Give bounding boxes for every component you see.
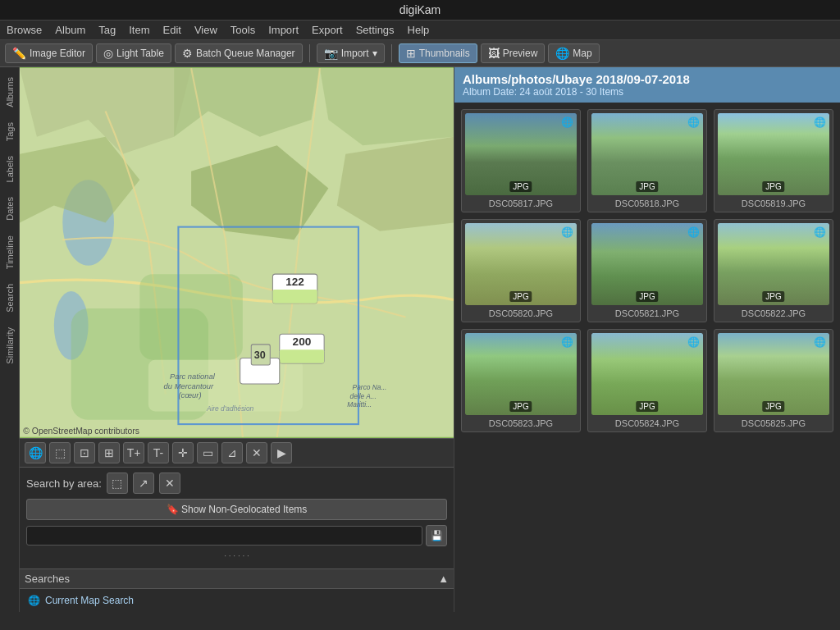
right-panel: Albums/photos/Ubaye 2018/09-07-2018 Albu… bbox=[454, 67, 840, 612]
map-btn-move[interactable]: ✛ bbox=[172, 442, 194, 463]
map-btn-frame[interactable]: ▭ bbox=[197, 442, 218, 463]
sidebar-tab-similarity[interactable]: Similarity bbox=[2, 321, 17, 371]
svg-rect-11 bbox=[280, 349, 324, 363]
svg-text:© OpenStreetMap contributors: © OpenStreetMap contributors bbox=[23, 427, 139, 436]
map-btn-clear[interactable]: ✕ bbox=[246, 442, 267, 463]
thumb-label-DSC05822: DSC05822.JPG bbox=[742, 308, 806, 318]
album-header: Albums/photos/Ubaye 2018/09-07-2018 Albu… bbox=[454, 67, 840, 103]
area-add-btn[interactable]: ↗ bbox=[133, 472, 154, 494]
sidebar-tab-labels[interactable]: Labels bbox=[2, 149, 17, 189]
menu-item-settings[interactable]: Settings bbox=[356, 24, 395, 36]
menu-item-item[interactable]: Item bbox=[129, 24, 149, 36]
thumb-landscape-DSC05818: 🌐 JPG bbox=[591, 113, 703, 195]
search-by-area-label: Search by area: bbox=[26, 477, 102, 490]
thumb-landscape-DSC05824: 🌐 JPG bbox=[591, 333, 703, 415]
light-table-label: Light Table bbox=[116, 48, 164, 59]
sidebar-tab-search[interactable]: Search bbox=[2, 277, 17, 319]
thumb-badge-DSC05825: JPG bbox=[762, 401, 784, 412]
map-btn-text-minus[interactable]: T- bbox=[148, 442, 169, 463]
map-btn-filter[interactable]: ⊿ bbox=[221, 442, 243, 463]
toolbar-btn-thumbnails[interactable]: ⊞Thumbnails bbox=[399, 43, 477, 63]
map-container[interactable]: 122 200 30 © OpenStreetMap contributors … bbox=[20, 67, 454, 438]
thumbnail-DSC05818[interactable]: 🌐 JPG DSC05818.JPG bbox=[587, 109, 707, 212]
thumbnail-DSC05825[interactable]: 🌐 JPG DSC05825.JPG bbox=[714, 329, 833, 432]
thumb-badge-DSC05822: JPG bbox=[762, 291, 784, 302]
svg-text:Parc national: Parc national bbox=[170, 372, 216, 381]
thumb-geo-icon-DSC05819: 🌐 bbox=[814, 116, 826, 128]
show-non-geolocated-button[interactable]: 🔖 Show Non-Geolocated Items bbox=[26, 499, 447, 520]
map-btn-select-area[interactable]: ⬚ bbox=[49, 442, 71, 463]
toolbar-btn-batch-queue[interactable]: ⚙Batch Queue Manager bbox=[175, 43, 303, 63]
menu-item-import[interactable]: Import bbox=[268, 24, 299, 36]
current-map-search-item[interactable]: 🌐 Current Map Search bbox=[25, 592, 449, 609]
area-select-btn[interactable]: ⬚ bbox=[107, 472, 128, 494]
thumb-image-DSC05823: 🌐 JPG bbox=[465, 333, 577, 415]
svg-text:30: 30 bbox=[254, 349, 266, 361]
svg-rect-4 bbox=[139, 274, 242, 360]
thumbnail-DSC05821[interactable]: 🌐 JPG DSC05821.JPG bbox=[587, 219, 707, 322]
sidebar-tab-timeline[interactable]: Timeline bbox=[2, 229, 17, 276]
toolbar-btn-map[interactable]: 🌐Map bbox=[548, 43, 599, 63]
toolbar-btn-light-table[interactable]: ◎Light Table bbox=[96, 43, 171, 63]
thumb-landscape-DSC05817: 🌐 JPG bbox=[465, 113, 577, 195]
menu-item-help[interactable]: Help bbox=[408, 24, 430, 36]
map-btn-filter-area[interactable]: ⊡ bbox=[74, 442, 95, 463]
thumb-image-DSC05822: 🌐 JPG bbox=[718, 223, 829, 305]
menu-item-album[interactable]: Album bbox=[55, 24, 85, 36]
map-btn-play[interactable]: ▶ bbox=[271, 442, 292, 463]
thumb-geo-icon-DSC05818: 🌐 bbox=[687, 116, 700, 128]
sidebar-tab-tags[interactable]: Tags bbox=[2, 116, 17, 148]
map-search-icon: 🌐 bbox=[28, 595, 40, 606]
menu-item-tag[interactable]: Tag bbox=[98, 24, 116, 36]
import-arrow: ▾ bbox=[372, 48, 377, 59]
image-editor-icon: ✏️ bbox=[12, 47, 26, 60]
thumb-label-DSC05820: DSC05820.JPG bbox=[489, 308, 553, 318]
toolbar-btn-preview[interactable]: 🖼Preview bbox=[481, 43, 546, 63]
menu-item-view[interactable]: View bbox=[194, 24, 217, 36]
thumbnails-grid: 🌐 JPG DSC05817.JPG 🌐 JPG DSC05818.JPG 🌐 … bbox=[454, 103, 840, 612]
sidebar-tab-dates[interactable]: Dates bbox=[2, 190, 17, 227]
map-btn-image-view[interactable]: ⊞ bbox=[98, 442, 120, 463]
batch-queue-icon: ⚙ bbox=[182, 47, 193, 60]
toolbar-btn-import[interactable]: 📷Import ▾ bbox=[317, 43, 385, 63]
menu-item-browse[interactable]: Browse bbox=[7, 24, 42, 36]
thumb-landscape-DSC05820: 🌐 JPG bbox=[465, 223, 577, 305]
thumb-badge-DSC05817: JPG bbox=[509, 181, 532, 192]
sidebar-tab-albums[interactable]: Albums bbox=[2, 71, 17, 114]
thumb-image-DSC05820: 🌐 JPG bbox=[465, 223, 577, 305]
thumb-geo-icon-DSC05820: 🌐 bbox=[561, 226, 573, 238]
map-btn-text[interactable]: T+ bbox=[123, 442, 144, 463]
album-title: Albums/photos/Ubaye 2018/09-07-2018 bbox=[463, 72, 832, 86]
search-text-input[interactable] bbox=[26, 526, 422, 546]
save-search-button[interactable]: 💾 bbox=[426, 525, 447, 546]
menu-item-edit[interactable]: Edit bbox=[162, 24, 180, 36]
toolbar-btn-image-editor[interactable]: ✏️Image Editor bbox=[5, 43, 93, 63]
thumb-geo-icon-DSC05822: 🌐 bbox=[814, 226, 826, 238]
search-area: Search by area: ⬚ ↗ ✕ 🔖 Show Non-Geoloca… bbox=[20, 468, 454, 568]
thumbnail-DSC05823[interactable]: 🌐 JPG DSC05823.JPG bbox=[461, 329, 581, 432]
map-toolbar: 🌐⬚⊡⊞T+T-✛▭⊿✕▶ bbox=[20, 438, 454, 468]
thumbnail-DSC05824[interactable]: 🌐 JPG DSC05824.JPG bbox=[587, 329, 707, 432]
thumbnail-DSC05817[interactable]: 🌐 JPG DSC05817.JPG bbox=[461, 109, 581, 212]
left-panel: 122 200 30 © OpenStreetMap contributors … bbox=[20, 67, 454, 612]
import-icon: 📷 bbox=[324, 47, 338, 60]
menu-item-tools[interactable]: Tools bbox=[231, 24, 255, 36]
thumb-label-DSC05825: DSC05825.JPG bbox=[742, 418, 806, 428]
thumbnail-DSC05819[interactable]: 🌐 JPG DSC05819.JPG bbox=[714, 109, 833, 212]
thumb-badge-DSC05821: JPG bbox=[636, 291, 658, 302]
current-map-search-label: Current Map Search bbox=[45, 595, 134, 606]
thumbnail-DSC05822[interactable]: 🌐 JPG DSC05822.JPG bbox=[714, 219, 833, 322]
light-table-icon: ◎ bbox=[103, 47, 113, 60]
searches-collapse-icon[interactable]: ▲ bbox=[438, 573, 449, 585]
thumbnail-DSC05820[interactable]: 🌐 JPG DSC05820.JPG bbox=[461, 219, 581, 322]
area-clear-btn[interactable]: ✕ bbox=[159, 472, 180, 494]
thumb-landscape-DSC05823: 🌐 JPG bbox=[465, 333, 577, 415]
preview-label: Preview bbox=[503, 48, 538, 59]
svg-text:delle A...: delle A... bbox=[349, 392, 376, 400]
menu-item-export[interactable]: Export bbox=[312, 24, 343, 36]
map-btn-globe[interactable]: 🌐 bbox=[25, 442, 46, 463]
svg-text:du Mercantour: du Mercantour bbox=[164, 381, 214, 390]
thumb-landscape-DSC05822: 🌐 JPG bbox=[718, 223, 829, 305]
thumb-image-DSC05824: 🌐 JPG bbox=[591, 333, 703, 415]
thumb-landscape-DSC05821: 🌐 JPG bbox=[591, 223, 703, 305]
